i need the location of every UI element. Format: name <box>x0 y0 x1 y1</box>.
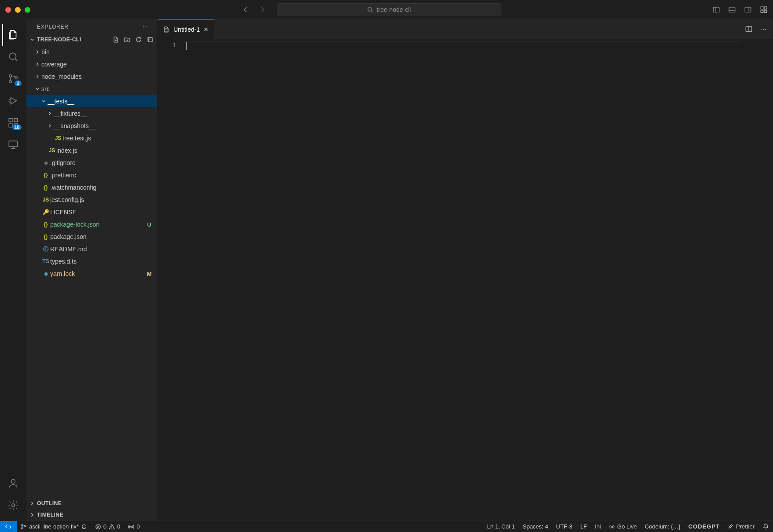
tree-file[interactable]: {}.watchmanconfig <box>26 181 157 194</box>
tree-file[interactable]: JSjest.config.js <box>26 194 157 206</box>
refresh-icon[interactable] <box>135 36 142 43</box>
explorer-tab-icon[interactable] <box>2 24 24 46</box>
git-branch-icon <box>21 524 27 530</box>
ports-indicator[interactable]: 0 <box>124 521 144 532</box>
tree-file[interactable]: JStree.test.js <box>26 132 157 144</box>
codegpt-status[interactable]: CODEGPT <box>685 521 724 532</box>
run-debug-tab-icon[interactable] <box>2 90 24 112</box>
svg-point-11 <box>15 77 17 79</box>
git-decoration: U <box>146 221 153 228</box>
text-cursor <box>186 42 187 50</box>
warning-count: 0 <box>117 523 120 530</box>
file-icon <box>163 26 170 33</box>
codeium-status[interactable]: Codeium: {…} <box>641 521 685 532</box>
tree-file[interactable]: ◈yarn.lockM <box>26 268 157 280</box>
tree-item-label: index.js <box>56 147 153 154</box>
project-header[interactable]: TREE-NODE-CLI <box>26 34 157 45</box>
nav-back-icon[interactable] <box>242 6 250 14</box>
broadcast-icon <box>609 524 615 530</box>
explorer-header: EXPLORER ⋯ <box>26 19 157 34</box>
tree-item-label: node_modules <box>41 73 153 80</box>
tree-folder[interactable]: bin <box>26 46 157 58</box>
explorer-sidebar: EXPLORER ⋯ TREE-NODE-CLI bincoveragenode… <box>26 19 158 521</box>
tree-folder[interactable]: __tests__ <box>26 95 157 107</box>
scm-badge: 2 <box>15 81 22 86</box>
search-tab-icon[interactable] <box>2 46 24 68</box>
remote-explorer-tab-icon[interactable] <box>2 134 24 156</box>
remote-indicator[interactable] <box>0 521 17 532</box>
source-control-tab-icon[interactable]: 2 <box>2 68 24 90</box>
chevron-right-icon <box>29 512 35 518</box>
tree-folder[interactable]: node_modules <box>26 70 157 83</box>
tree-file[interactable]: JSindex.js <box>26 144 157 157</box>
toggle-panel-icon[interactable] <box>728 6 736 14</box>
svg-point-26 <box>611 526 613 528</box>
radio-tower-icon <box>128 524 134 530</box>
editor-more-icon[interactable]: ⋯ <box>760 25 767 33</box>
editor-body[interactable]: 1 <box>158 39 773 521</box>
tab-label: Untitled-1 <box>173 26 200 33</box>
tree-file[interactable]: {}package-lock.jsonU <box>26 218 157 231</box>
minimize-window-button[interactable] <box>15 7 21 13</box>
tree-folder[interactable]: __fixtures__ <box>26 107 157 120</box>
problems-indicator[interactable]: 0 0 <box>91 521 124 532</box>
timeline-section[interactable]: TIMELINE <box>26 509 157 521</box>
git-branch-indicator[interactable]: ascii-line-option-fix* <box>17 521 91 532</box>
svg-rect-13 <box>9 124 12 127</box>
toggle-secondary-sidebar-icon[interactable] <box>744 6 752 14</box>
prettier-status[interactable]: Prettier <box>724 521 758 532</box>
project-name: TREE-NODE-CLI <box>37 37 81 43</box>
extensions-badge: 10 <box>12 125 22 130</box>
svg-rect-3 <box>745 7 751 12</box>
tree-file[interactable]: {}package.json <box>26 231 157 243</box>
tree-file[interactable]: ◆.gitignore <box>26 157 157 169</box>
tree-item-label: README.md <box>50 246 153 253</box>
line-numbers-gutter: 1 <box>158 39 184 521</box>
git-decoration: M <box>146 271 153 277</box>
language-mode[interactable]: Ini <box>591 521 605 532</box>
new-file-icon[interactable] <box>112 36 119 43</box>
tree-file[interactable]: ⓘREADME.md <box>26 243 157 255</box>
customize-layout-icon[interactable] <box>760 6 768 14</box>
svg-rect-1 <box>713 7 719 12</box>
notifications-icon[interactable] <box>758 521 773 532</box>
tree-file[interactable]: TStypes.d.ts <box>26 255 157 268</box>
tree-folder[interactable]: __snapshots__ <box>26 120 157 132</box>
accounts-icon[interactable] <box>2 472 24 494</box>
encoding[interactable]: UTF-8 <box>552 521 576 532</box>
collapse-all-icon[interactable] <box>147 36 154 43</box>
settings-gear-icon[interactable] <box>2 494 24 516</box>
go-live[interactable]: Go Live <box>605 521 641 532</box>
maximize-window-button[interactable] <box>25 7 30 13</box>
close-tab-icon[interactable]: ✕ <box>203 26 209 33</box>
editor-tab[interactable]: Untitled-1 ✕ <box>158 19 214 39</box>
sync-icon[interactable] <box>81 524 87 530</box>
tree-item-label: __snapshots__ <box>54 122 153 129</box>
tree-folder[interactable]: coverage <box>26 58 157 70</box>
svg-rect-6 <box>761 10 763 13</box>
nav-forward-icon[interactable] <box>258 6 266 14</box>
svg-point-22 <box>22 527 23 529</box>
command-center-search[interactable]: tree-node-cli <box>277 3 501 16</box>
tree-file[interactable]: {}.prettierrc <box>26 169 157 181</box>
chevron-right-icon <box>47 110 54 117</box>
outline-section[interactable]: OUTLINE <box>26 498 157 509</box>
explorer-more-icon[interactable]: ⋯ <box>143 24 148 30</box>
navigation-arrows <box>242 6 266 14</box>
close-window-button[interactable] <box>5 7 11 13</box>
indentation[interactable]: Spaces: 4 <box>519 521 552 532</box>
svg-rect-7 <box>764 10 767 13</box>
extensions-tab-icon[interactable]: 10 <box>2 112 24 134</box>
tree-item-label: package.json <box>50 233 153 240</box>
title-bar-actions <box>712 6 768 14</box>
cursor-position[interactable]: Ln 1, Col 1 <box>483 521 519 532</box>
chevron-down-icon <box>34 86 41 92</box>
tree-folder[interactable]: src <box>26 83 157 95</box>
new-folder-icon[interactable] <box>124 36 131 43</box>
toggle-primary-sidebar-icon[interactable] <box>712 6 720 14</box>
tree-file[interactable]: 🔑LICENSE <box>26 206 157 218</box>
eol[interactable]: LF <box>576 521 591 532</box>
status-bar: ascii-line-option-fix* 0 0 0 Ln 1, Col 1… <box>0 521 773 532</box>
warning-icon <box>109 524 115 530</box>
split-editor-icon[interactable] <box>745 25 753 33</box>
